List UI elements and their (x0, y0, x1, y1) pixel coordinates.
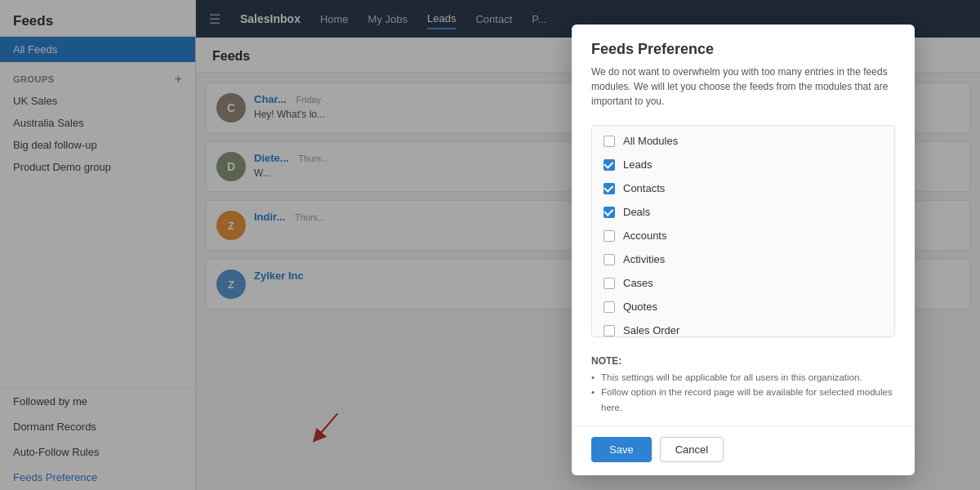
checkbox-box[interactable] (604, 136, 615, 147)
save-button[interactable]: Save (591, 437, 652, 462)
checkbox-label: Contacts (623, 182, 665, 194)
checkbox-item[interactable]: Quotes (592, 295, 894, 318)
modal-title: Feeds Preference (591, 41, 895, 58)
checkbox-label: Cases (623, 277, 653, 289)
cancel-button[interactable]: Cancel (660, 437, 724, 462)
note-item-1: This settings will be applicable for all… (591, 370, 895, 385)
checkbox-item[interactable]: Contacts (592, 176, 894, 200)
checkbox-item[interactable]: Cases (592, 271, 894, 295)
checkbox-label: Activities (623, 253, 665, 265)
modal-header: Feeds Preference We do not want to overw… (572, 24, 915, 115)
checkbox-item[interactable]: Sales Order (592, 318, 894, 337)
checkbox-box[interactable] (604, 230, 615, 242)
checkbox-item[interactable]: Accounts (592, 224, 894, 247)
modal-footer: Save Cancel (572, 426, 915, 475)
checkbox-item[interactable]: Leads (592, 153, 894, 176)
checkbox-label: All Modules (623, 135, 678, 147)
checkbox-box[interactable] (604, 159, 615, 171)
modal-description: We do not want to overwhelm you with too… (591, 65, 895, 109)
modal-overlay: Feeds Preference We do not want to overw… (0, 0, 980, 490)
checkbox-label: Sales Order (623, 324, 679, 336)
feeds-preference-modal: Feeds Preference We do not want to overw… (572, 24, 915, 475)
checkbox-label: Leads (623, 158, 652, 171)
checkbox-box[interactable] (604, 325, 615, 336)
checkbox-list: All ModulesLeadsContactsDealsAccountsAct… (591, 125, 895, 337)
checkbox-label: Quotes (623, 301, 657, 313)
modal-note: NOTE: This settings will be applicable f… (572, 347, 915, 426)
checkbox-box[interactable] (604, 278, 615, 289)
checkbox-item[interactable]: Deals (592, 200, 894, 224)
checkbox-item[interactable]: All Modules (592, 129, 894, 153)
note-item-2: Follow option in the record page will be… (591, 385, 895, 415)
modal-body: All ModulesLeadsContactsDealsAccountsAct… (572, 115, 915, 347)
checkbox-label: Accounts (623, 229, 666, 242)
checkbox-box[interactable] (604, 207, 615, 218)
checkbox-box[interactable] (604, 254, 615, 265)
checkbox-item[interactable]: Activities (592, 247, 894, 271)
checkbox-label: Deals (623, 206, 650, 218)
note-title: NOTE: (591, 355, 895, 367)
checkbox-box[interactable] (604, 183, 615, 194)
checkbox-box[interactable] (604, 301, 615, 313)
